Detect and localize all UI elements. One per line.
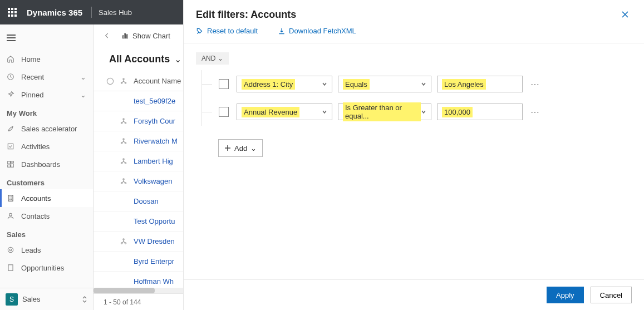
add-filter-button[interactable]: Add ⌄ <box>218 139 263 157</box>
area-badge: S <box>6 293 18 306</box>
show-chart-button[interactable]: Show Chart <box>116 32 176 40</box>
app-name[interactable]: Sales Hub <box>99 8 132 17</box>
area-switcher[interactable]: S Sales <box>0 288 93 310</box>
svg-point-36 <box>123 158 124 159</box>
chevron-updown-icon <box>82 296 87 303</box>
scrollbar-thumb[interactable] <box>94 288 155 293</box>
svg-point-26 <box>107 78 113 84</box>
svg-rect-13 <box>8 144 13 149</box>
nav-label: Dashboards <box>21 160 60 169</box>
filter-field-dropdown[interactable]: Annual Revenue <box>237 104 332 120</box>
reset-to-default-button[interactable]: Reset to default <box>196 27 258 35</box>
rocket-icon <box>7 125 18 132</box>
product-name[interactable]: Dynamics 365 <box>24 8 85 17</box>
svg-point-30 <box>123 118 124 119</box>
nav-sidebar: Home Recent ⌄ Pinned ⌄ My Work Sales acc… <box>0 24 94 310</box>
nav-activities[interactable]: Activities <box>0 137 93 155</box>
svg-point-19 <box>9 213 12 216</box>
hierarchy-icon[interactable] <box>117 158 130 165</box>
svg-rect-17 <box>8 165 11 167</box>
nav-label: Activities <box>21 142 50 151</box>
nav-group-sales: Sales <box>0 225 93 241</box>
account-name-link[interactable]: Lambert Hig <box>130 157 173 165</box>
account-name-link[interactable]: Volkswagen <box>130 177 172 185</box>
nav-label: Leads <box>21 246 41 254</box>
svg-point-20 <box>8 247 13 252</box>
chevron-down-icon: ⌄ <box>80 73 86 81</box>
filter-checkbox[interactable] <box>219 79 229 89</box>
back-button[interactable] <box>98 32 116 40</box>
nav-pinned[interactable]: Pinned ⌄ <box>0 86 93 104</box>
column-account-name[interactable]: Account Name <box>130 77 181 85</box>
filter-more-menu[interactable]: ⋯ <box>528 79 543 90</box>
account-name-link[interactable]: VW Dresden <box>130 237 175 245</box>
group-operator-dropdown[interactable]: AND ⌄ <box>196 52 229 65</box>
account-name-link[interactable]: Hoffman Wh <box>130 277 174 286</box>
svg-rect-24 <box>125 34 126 38</box>
account-name-link[interactable]: test_5e09f2e <box>130 97 175 105</box>
filter-field-dropdown[interactable]: Address 1: City <box>237 76 332 92</box>
filter-field-value: Address 1: City <box>242 79 295 90</box>
chevron-down-icon: ⌄ <box>80 91 86 99</box>
chevron-down-icon <box>322 109 327 115</box>
account-name-link[interactable]: Byrd Enterpr <box>130 257 174 265</box>
filter-operator-dropdown[interactable]: Is Greater than or equal... <box>338 104 431 120</box>
filter-more-menu[interactable]: ⋯ <box>528 107 543 117</box>
nav-leads[interactable]: Leads <box>0 241 93 259</box>
filter-value-input[interactable]: 100,000 <box>437 104 523 120</box>
hierarchy-icon <box>117 77 130 85</box>
nav-label: Opportunities <box>21 264 64 272</box>
chevron-down-icon <box>421 109 426 115</box>
filter-checkbox[interactable] <box>219 107 229 117</box>
apply-button[interactable]: Apply <box>547 287 584 303</box>
account-name-link[interactable]: Doosan <box>130 197 159 205</box>
download-fetchxml-button[interactable]: Download FetchXML <box>278 27 356 35</box>
nav-dashboards[interactable]: Dashboards <box>0 155 93 173</box>
filter-field-value: Annual Revenue <box>242 107 299 117</box>
svg-rect-11 <box>7 40 16 41</box>
nav-label: Pinned <box>21 91 43 99</box>
nav-label: Home <box>21 55 41 63</box>
nav-label: Accounts <box>21 194 51 203</box>
panel-title: Edit filters: Accounts <box>196 9 296 21</box>
download-label: Download FetchXML <box>289 27 356 35</box>
filter-operator-value: Is Greater than or equal... <box>343 102 421 121</box>
select-all-checkbox[interactable] <box>104 77 117 86</box>
nav-recent[interactable]: Recent ⌄ <box>0 68 93 86</box>
nav-accounts[interactable]: Accounts <box>0 189 93 207</box>
chevron-down-icon: ⌄ <box>250 144 257 152</box>
filter-row: Annual RevenueIs Greater than or equal..… <box>202 98 632 126</box>
svg-rect-8 <box>14 14 17 17</box>
svg-rect-25 <box>126 35 127 38</box>
filter-value-input[interactable]: Los Angeles <box>437 76 523 92</box>
nav-contacts[interactable]: Contacts <box>0 207 93 225</box>
hierarchy-icon[interactable] <box>117 137 130 145</box>
plus-icon <box>224 145 231 151</box>
svg-rect-23 <box>122 36 124 38</box>
svg-point-27 <box>123 78 124 79</box>
hierarchy-icon[interactable] <box>117 238 130 245</box>
close-button[interactable] <box>618 8 632 21</box>
account-name-link[interactable]: Forsyth Cour <box>130 117 175 125</box>
hierarchy-icon[interactable] <box>117 178 130 185</box>
nav-sales-accelerator[interactable]: Sales accelerator <box>0 120 93 137</box>
reset-icon <box>196 27 204 35</box>
svg-rect-0 <box>8 8 10 10</box>
svg-rect-3 <box>8 11 10 13</box>
chevron-down-icon <box>322 81 327 87</box>
chevron-down-icon <box>421 81 426 87</box>
nav-group-my-work: My Work <box>0 104 93 120</box>
app-launcher-icon[interactable] <box>0 0 24 24</box>
hamburger-icon[interactable] <box>7 35 16 41</box>
nav-home[interactable]: Home <box>0 50 93 68</box>
sheet-icon <box>7 264 18 272</box>
account-name-link[interactable]: Test Opportu <box>130 217 175 225</box>
nav-opportunities[interactable]: Opportunities <box>0 259 93 277</box>
account-name-link[interactable]: Riverwatch M <box>130 137 178 145</box>
download-icon <box>278 27 286 35</box>
filter-value-text: Los Angeles <box>442 79 486 90</box>
hierarchy-icon[interactable] <box>117 117 130 125</box>
cancel-button[interactable]: Cancel <box>591 287 632 303</box>
filter-operator-dropdown[interactable]: Equals <box>338 76 431 92</box>
pin-icon <box>7 91 18 99</box>
